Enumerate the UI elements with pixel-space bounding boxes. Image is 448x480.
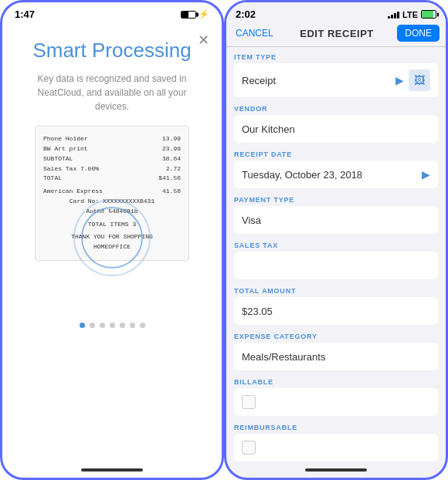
value-receipt-date: Tuesday, October 23, 2018 xyxy=(242,169,362,181)
bar-2 xyxy=(391,15,393,19)
label-receipt-date: RECEIPT DATE xyxy=(234,150,438,158)
bar-4 xyxy=(397,12,399,19)
left-content: Smart Processing Key data is recognized … xyxy=(2,23,222,276)
dot-6[interactable] xyxy=(130,323,135,328)
status-bar-left: 1:47 ⚡ xyxy=(2,2,222,23)
field-billable: BILLABLE xyxy=(234,378,438,416)
checkbox-billable[interactable] xyxy=(242,395,256,409)
bolt-icon: ⚡ xyxy=(199,9,209,19)
signal-bars xyxy=(388,11,399,19)
dot-1[interactable] xyxy=(80,323,85,328)
home-indicator-right xyxy=(305,468,367,472)
battery-right xyxy=(421,10,436,19)
label-billable: BILLABLE xyxy=(234,378,438,386)
dot-4[interactable] xyxy=(110,323,115,328)
input-receipt-date[interactable]: Tuesday, October 23, 2018 ▶ xyxy=(234,161,438,188)
input-billable[interactable] xyxy=(234,388,438,416)
label-vendor: VENDOR xyxy=(234,105,438,113)
input-sales-tax[interactable] xyxy=(234,252,438,279)
battery-left: ⚡ xyxy=(181,9,209,19)
label-total-amount: TOTAL AMOUNT xyxy=(234,287,438,295)
value-vendor: Our Kitchen xyxy=(242,123,295,135)
value-item-type: Receipt xyxy=(242,75,276,86)
lte-label: LTE xyxy=(402,10,418,19)
done-button[interactable]: DONE xyxy=(397,25,440,42)
field-vendor: VENDOR Our Kitchen xyxy=(234,105,438,143)
battery-fill xyxy=(422,11,433,18)
dot-3[interactable] xyxy=(100,323,105,328)
smart-processing-title: Smart Processing xyxy=(32,39,191,63)
nav-title: EDIT RECEIPT xyxy=(280,28,395,39)
label-expense-category: EXPENSE CATEGORY xyxy=(234,333,438,340)
signal-icons: LTE xyxy=(388,10,436,19)
field-total-amount: TOTAL AMOUNT $23.05 xyxy=(234,287,438,325)
smart-processing-subtitle: Key data is recognized and saved in Neat… xyxy=(21,72,203,113)
input-payment-type[interactable]: Visa xyxy=(234,206,438,234)
value-expense-category: Meals/Restaurants xyxy=(242,351,325,363)
bar-1 xyxy=(388,16,390,19)
image-icon[interactable]: 🖼 xyxy=(409,69,430,91)
input-vendor[interactable]: Our Kitchen xyxy=(234,115,438,143)
page-dots xyxy=(80,323,145,328)
value-payment-type: Visa xyxy=(242,215,261,226)
input-expense-category[interactable]: Meals/Restaurants xyxy=(234,343,438,370)
label-item-type: ITEM TYPE xyxy=(234,53,438,61)
checkbox-reimbursable[interactable] xyxy=(242,441,256,455)
dot-7[interactable] xyxy=(140,323,145,328)
input-total-amount[interactable]: $23.05 xyxy=(234,297,438,325)
field-payment-type: PAYMENT TYPE Visa xyxy=(234,196,438,234)
field-expense-category: EXPENSE CATEGORY Meals/Restaurants xyxy=(234,333,438,370)
input-item-type[interactable]: Receipt ▶ 🖼 xyxy=(234,63,438,97)
label-payment-type: PAYMENT TYPE xyxy=(234,196,438,204)
field-reimbursable: REIMBURSABLE xyxy=(234,424,438,461)
nav-bar: CANCEL EDIT RECEIPT DONE xyxy=(226,20,446,47)
field-item-type: ITEM TYPE Receipt ▶ 🖼 xyxy=(234,53,438,97)
home-indicator-left xyxy=(81,468,143,472)
dot-5[interactable] xyxy=(120,323,125,328)
battery-body xyxy=(421,10,436,19)
circle-inner xyxy=(81,207,143,269)
chevron-receipt-date: ▶ xyxy=(422,168,430,181)
time-left: 1:47 xyxy=(15,8,35,20)
scroll-area[interactable]: ITEM TYPE Receipt ▶ 🖼 VENDOR Our Kitchen… xyxy=(226,47,446,465)
dot-2[interactable] xyxy=(90,323,95,328)
cancel-button[interactable]: CANCEL xyxy=(232,26,277,40)
value-total-amount: $23.05 xyxy=(242,306,273,317)
battery-icon-left xyxy=(181,11,196,19)
input-reimbursable[interactable] xyxy=(234,434,438,461)
time-right: 2:02 xyxy=(236,8,256,20)
label-reimbursable: REIMBURSABLE xyxy=(234,424,438,431)
close-button[interactable]: ✕ xyxy=(198,32,209,49)
bar-3 xyxy=(394,13,396,19)
label-sales-tax: SALES TAX xyxy=(234,242,438,249)
field-sales-tax: SALES TAX xyxy=(234,242,438,279)
left-panel: 1:47 ⚡ ✕ Smart Processing Key data is re… xyxy=(0,0,224,480)
receipt-preview-container: Phone Holder13.99 BW Art print23.99 SUBT… xyxy=(35,126,189,261)
status-bar-right: 2:02 LTE xyxy=(226,2,446,20)
field-receipt-date: RECEIPT DATE Tuesday, October 23, 2018 ▶ xyxy=(234,150,438,188)
chevron-item-type: ▶ xyxy=(395,74,404,86)
right-panel: 2:02 LTE CANCEL EDIT RECEIPT DONE ITEM T… xyxy=(224,0,448,480)
